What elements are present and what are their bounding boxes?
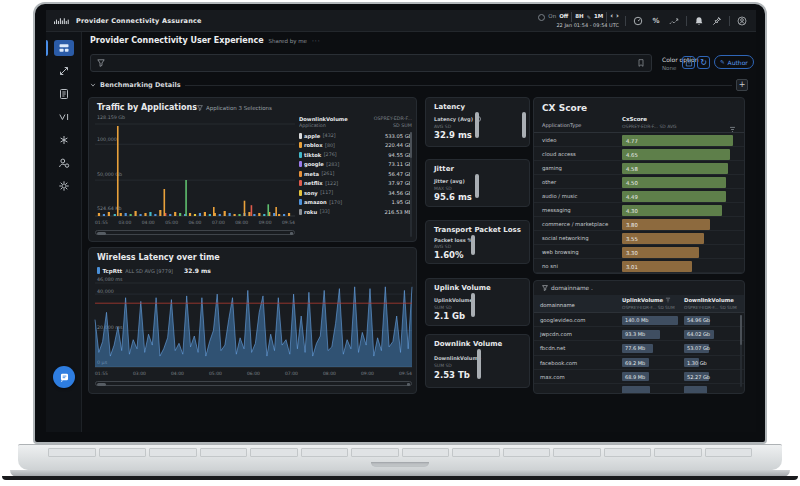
divider	[729, 16, 730, 26]
cx-application-label: cloud access	[542, 151, 576, 157]
stat-agg: SUM SD	[434, 363, 452, 368]
account-avatar-icon[interactable]	[736, 15, 748, 27]
app-downlink-value: 216.53 Mb	[384, 209, 412, 215]
legend-row-amazon[interactable]: amazon[170]1.95 Gb	[299, 198, 412, 208]
connections-icon	[58, 65, 70, 77]
legend-scrollbar[interactable]	[410, 132, 412, 237]
traffic-legend-table: DownlinkVolumeOSPREY-EDR-F... Applicatio…	[299, 116, 412, 237]
cx-score-bar: 4.58	[622, 163, 728, 174]
cx-col-cxscore[interactable]: CxScore	[622, 116, 647, 122]
step-1m[interactable]: 1M	[594, 13, 603, 21]
jitter-panel: Jitter Jitter (avg) MAX SD 95.6 ms	[425, 159, 530, 207]
prev-range-button[interactable]: ‹	[610, 12, 613, 22]
chevron-down-icon[interactable]	[90, 82, 96, 88]
app-downlink-value: 37.97 Gb	[388, 180, 412, 186]
cx-row: other4.50	[534, 175, 744, 189]
col-uplinkvolume[interactable]: UplinkVolume	[622, 297, 671, 303]
cx-application-label: gaming	[542, 165, 562, 171]
wireless-horizontal-scrollbar[interactable]	[95, 381, 412, 386]
legend-row-tiktok[interactable]: tiktok[276]94.55 Gb	[299, 150, 412, 160]
toggle-off-label[interactable]: Off	[559, 13, 568, 21]
legend-row-meta[interactable]: meta[261]56.47 Gb	[299, 169, 412, 179]
left-sidebar	[46, 32, 82, 432]
domain-table-header: domainname UplinkVolume OSPREY-EDR-F... …	[534, 295, 744, 313]
legend-row-google[interactable]: google[283]73.11 Gb	[299, 160, 412, 170]
traffic-horizontal-scrollbar[interactable]	[95, 230, 295, 235]
sidebar-item-dashboards[interactable]	[54, 40, 74, 56]
application-filter-chip[interactable]: Application 3 Selections	[197, 105, 272, 111]
cx-score-value: 3.80	[626, 222, 638, 228]
sidebar-item-reports[interactable]	[54, 86, 74, 102]
edit-range-icon[interactable]: ✎	[587, 14, 591, 21]
chat-fab-button[interactable]	[53, 366, 75, 388]
gear-icon	[58, 180, 70, 192]
sidebar-item-settings[interactable]	[54, 178, 74, 194]
cx-application-label: messaging	[542, 207, 571, 213]
chat-icon	[58, 371, 71, 384]
app-count: [80]	[325, 143, 335, 148]
legend-row-roku[interactable]: roku[33]216.53 Mb	[299, 207, 412, 217]
sort-filter-icon[interactable]	[665, 297, 671, 303]
cx-score-bar: 3.55	[622, 233, 704, 244]
share-button[interactable]	[682, 56, 695, 69]
legend-row-apple[interactable]: apple[432]533.05 Gb	[299, 131, 412, 141]
stat-value: 95.6 ms	[434, 192, 472, 202]
cx-row: no sni3.01	[534, 259, 744, 273]
section-title[interactable]: Benchmarking Details	[100, 81, 181, 89]
legend-col-downlink[interactable]: DownlinkVolume	[299, 116, 348, 122]
wireless-legend[interactable]: TcpRtt ALL SD AVG [9779] 32.9 ms	[97, 267, 211, 274]
wireless-latency-panel: Wireless Latency over time TcpRtt ALL SD…	[88, 247, 417, 394]
domainname-filter-chip[interactable]: domainname .	[542, 285, 593, 291]
author-button[interactable]: ✎ Author	[714, 55, 754, 69]
domain-row: max.com68.9 Mb52.27 Gb	[534, 370, 744, 384]
series-meta: ALL SD AVG [9779]	[125, 268, 173, 274]
series-color-chip	[97, 267, 100, 274]
domain-scrollbar[interactable]	[740, 315, 742, 387]
app-name: google	[304, 161, 324, 167]
cx-score-value: 4.30	[626, 208, 638, 214]
percent-settings-icon[interactable]: %	[650, 15, 662, 27]
cx-row: commerce / marketplace3.80	[534, 217, 744, 231]
cx-application-label: other	[542, 179, 556, 185]
add-widget-button[interactable]: +	[736, 79, 748, 91]
sidebar-item-analytics[interactable]	[54, 109, 74, 125]
sidebar-item-accounts[interactable]	[54, 155, 74, 171]
trend-report-icon[interactable]	[668, 15, 680, 27]
wireless-x-axis: 01:5503:0004:0005:0006:0007:0008:0009:00…	[95, 371, 412, 376]
y-axis-label: 128.159 Gb	[97, 115, 125, 120]
legend-row-netflix[interactable]: netflix[122]37.97 Gb	[299, 179, 412, 189]
sidebar-item-connections[interactable]	[54, 63, 74, 79]
report-icon	[58, 88, 70, 100]
bookmark-icon[interactable]	[637, 59, 645, 67]
uplink-value: 140.0 Mb	[625, 317, 648, 323]
gauge-icon[interactable]	[632, 15, 644, 27]
legend-row-sony[interactable]: sony[117]34.56 Gb	[299, 188, 412, 198]
sidebar-item-shortcuts[interactable]	[54, 132, 74, 148]
legend-row-roblox[interactable]: roblox[80]220.44 Gb	[299, 141, 412, 151]
uplink-value: 69.2 Mb	[625, 360, 645, 366]
cx-row: web browsing3.30	[534, 245, 744, 259]
transport-packet-loss-panel: Transport Packet Loss Packet loss % AVG …	[425, 220, 530, 264]
next-range-button[interactable]: ›	[616, 12, 619, 22]
stat-value: 32.9 ms	[434, 130, 472, 140]
divider	[686, 16, 687, 26]
toggle-on-label[interactable]: On	[548, 13, 556, 21]
app-downlink-value: 73.11 Gb	[388, 161, 412, 167]
stat-value: 2.1 Gb	[434, 311, 465, 321]
domain-row: fbcdn.net77.6 Mb53.07 Gb	[534, 341, 744, 355]
refresh-button[interactable]: ↻	[697, 56, 710, 69]
traffic-panel-title: Traffic by Applications	[97, 103, 197, 112]
col-domainname[interactable]: domainname	[540, 302, 575, 308]
notifications-bell-icon[interactable]	[693, 15, 705, 27]
time-range-control[interactable]: On Off 8H ✎ 1M ‹ › 22 Jan 01:54 - 09:54 …	[538, 12, 619, 29]
range-8h[interactable]: 8H	[575, 13, 583, 21]
downlink-value: 64.02 Gb	[687, 331, 710, 337]
col-downlinkvolume[interactable]: DownlinkVolume	[684, 297, 734, 303]
traffic-chart[interactable]	[95, 122, 295, 218]
pin-icon[interactable]	[711, 15, 723, 27]
filter-input[interactable]	[90, 54, 652, 72]
domain-row	[534, 384, 744, 394]
cx-row: audio / music4.49	[534, 189, 744, 203]
more-menu[interactable]: ···	[312, 37, 321, 44]
wireless-chart[interactable]	[95, 280, 412, 368]
